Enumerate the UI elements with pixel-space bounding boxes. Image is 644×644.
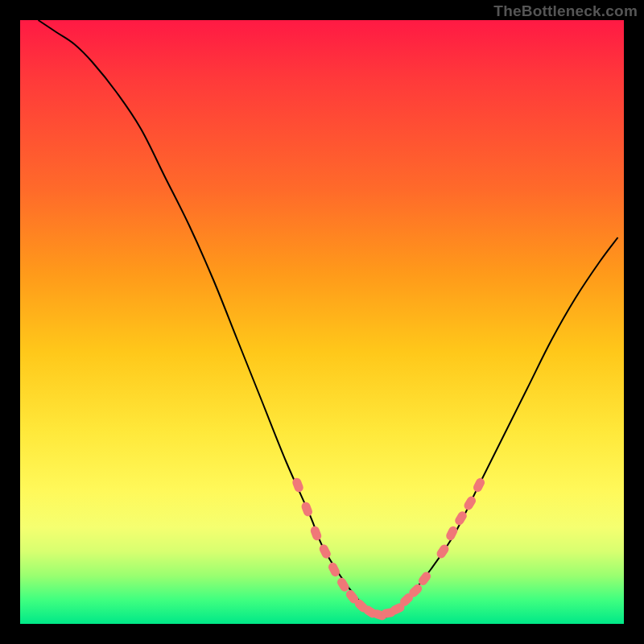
- marker-dot: [462, 494, 477, 511]
- chart-svg: [20, 20, 624, 624]
- curve-path: [39, 20, 618, 618]
- marker-layer: [291, 477, 486, 621]
- chart-frame: TheBottleneck.com: [0, 0, 644, 644]
- marker-dot: [472, 477, 486, 493]
- curve-layer: [39, 20, 618, 618]
- marker-dot: [444, 525, 459, 542]
- plot-area: [20, 20, 624, 624]
- watermark-text: TheBottleneck.com: [493, 2, 638, 20]
- marker-dot: [309, 525, 323, 542]
- marker-dot: [300, 501, 314, 518]
- marker-dot: [318, 543, 332, 559]
